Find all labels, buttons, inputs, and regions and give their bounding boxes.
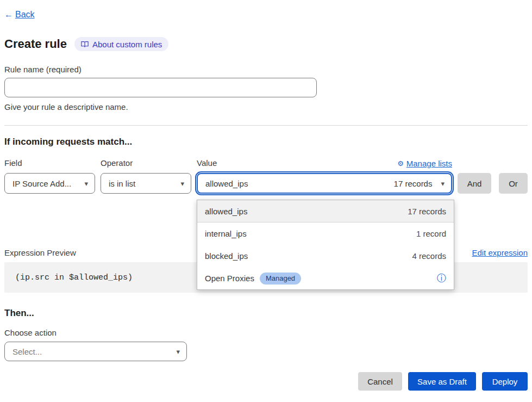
value-label-row: Value ⚙ Manage lists [197, 158, 452, 168]
action-select-placeholder: Select... [12, 347, 42, 356]
page-title: Create rule [4, 37, 67, 51]
chevron-down-icon: ▾ [176, 348, 180, 356]
chevron-down-icon: ▾ [84, 180, 88, 188]
book-icon [81, 41, 89, 48]
back-link[interactable]: ← Back [4, 9, 35, 21]
and-button[interactable]: And [458, 173, 491, 194]
operator-select-value: is in list [109, 179, 135, 188]
about-custom-rules-link[interactable]: About custom rules [74, 37, 168, 51]
edit-expression-link[interactable]: Edit expression [472, 248, 528, 257]
operator-column: Operator is in list ▾ [101, 158, 191, 194]
field-select[interactable]: IP Source Add... ▾ [4, 173, 95, 194]
list-dropdown-menu: allowed_ips 17 records internal_ips 1 re… [197, 200, 454, 290]
value-label: Value [197, 158, 217, 168]
chevron-down-icon: ▾ [441, 180, 445, 188]
choose-action-label: Choose action [4, 327, 528, 338]
save-as-draft-button[interactable]: Save as Draft [408, 372, 476, 391]
list-item-blocked-ips[interactable]: blocked_ips 4 records [197, 245, 454, 267]
list-item-internal-ips[interactable]: internal_ips 1 record [197, 222, 454, 245]
condition-row: Field IP Source Add... ▾ Operator is in … [4, 158, 528, 194]
list-item-name: Open Proxies [205, 274, 254, 283]
manage-lists-link[interactable]: ⚙ Manage lists [397, 159, 452, 168]
match-section-heading: If incoming requests match... [4, 136, 528, 147]
list-item-name: allowed_ips [205, 207, 247, 216]
list-item-record-count: 17 records [408, 207, 446, 216]
deploy-button[interactable]: Deploy [482, 372, 528, 391]
or-button[interactable]: Or [499, 173, 528, 194]
chevron-down-icon: ▾ [180, 180, 184, 188]
value-select-value: allowed_ips [205, 179, 248, 188]
operator-select[interactable]: is in list ▾ [101, 173, 191, 194]
then-section-heading: Then... [4, 308, 528, 319]
field-select-value: IP Source Add... [12, 179, 71, 188]
list-item-name: internal_ips [205, 229, 247, 238]
gear-icon: ⚙ [397, 159, 404, 168]
list-item-name: blocked_ips [205, 251, 248, 261]
about-badge-label: About custom rules [92, 40, 162, 49]
operator-label: Operator [101, 158, 191, 168]
footer-actions: Cancel Save as Draft Deploy [4, 372, 528, 391]
rule-name-label: Rule name (required) [4, 64, 528, 75]
action-select[interactable]: Select... ▾ [4, 342, 187, 361]
cancel-button[interactable]: Cancel [358, 372, 402, 391]
field-label: Field [4, 158, 95, 168]
rule-name-helper: Give your rule a descriptive name. [4, 102, 528, 112]
rule-name-input[interactable] [4, 78, 317, 97]
list-item-record-count: 1 record [416, 229, 446, 238]
expression-preview-label: Expression Preview [4, 248, 76, 257]
list-item-allowed-ips[interactable]: allowed_ips 17 records [197, 200, 454, 222]
section-divider [4, 125, 528, 126]
back-link-label: Back [15, 9, 35, 21]
title-row: Create rule About custom rules [4, 36, 528, 52]
managed-badge: Managed [260, 273, 301, 285]
manage-lists-label: Manage lists [406, 159, 452, 168]
create-rule-page: ← Back Create rule About custom rules Ru… [0, 0, 532, 402]
list-item-open-proxies[interactable]: Open Proxies Managed ⓘ [197, 267, 454, 289]
value-select-record-count: 17 records [394, 179, 433, 188]
back-arrow-icon: ← [4, 9, 13, 21]
expression-code: (ip.src in $allowed_ips) [15, 273, 133, 282]
value-select[interactable]: allowed_ips 17 records ▾ [197, 173, 452, 194]
info-icon[interactable]: ⓘ [437, 274, 446, 283]
field-column: Field IP Source Add... ▾ [4, 158, 95, 194]
value-column: Value ⚙ Manage lists allowed_ips 17 reco… [197, 158, 452, 194]
list-item-record-count: 4 records [412, 251, 446, 261]
